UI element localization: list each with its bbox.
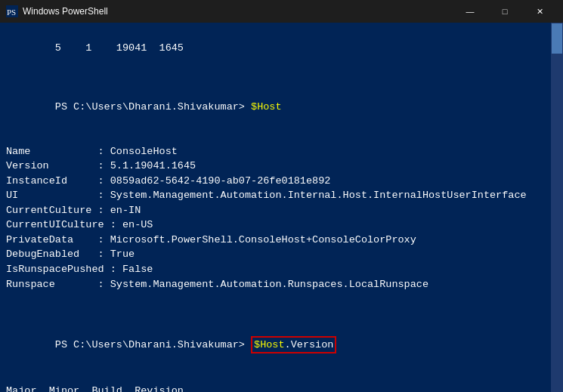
scrollbar[interactable] bbox=[551, 23, 563, 392]
init-version-text: 5 1 19041 1645 bbox=[55, 42, 184, 54]
window-title: Windows PowerShell bbox=[23, 6, 453, 17]
prompt-1: PS C:\Users\Dharani.Shivakumar> bbox=[55, 101, 251, 113]
host-command-line: PS C:\Users\Dharani.Shivakumar> $Host bbox=[6, 85, 543, 129]
powershell-window: PS Windows PowerShell — □ ✕ 5 1 19041 16… bbox=[0, 0, 563, 392]
prop-privatedata: PrivateData : Microsoft.PowerShell.Conso… bbox=[6, 233, 543, 248]
maximize-button[interactable]: □ bbox=[487, 0, 522, 23]
dot-version: .Version bbox=[285, 339, 334, 350]
minimize-button[interactable]: — bbox=[453, 0, 487, 23]
prop-name: Name : ConsoleHost bbox=[6, 144, 543, 159]
prop-version: Version : 5.1.19041.1645 bbox=[6, 159, 543, 174]
blank-line-4 bbox=[6, 307, 543, 322]
prop-debugenabled: DebugEnabled : True bbox=[6, 247, 543, 262]
blank-line-1 bbox=[6, 70, 543, 85]
prop-culture: CurrentCulture : en-IN bbox=[6, 203, 543, 218]
prop-uiculture: CurrentUICulture : en-US bbox=[6, 218, 543, 233]
blank-line-2 bbox=[6, 129, 543, 144]
host-cmd: $Host bbox=[251, 101, 282, 113]
svg-text:PS: PS bbox=[7, 8, 16, 17]
host-version-command-line: PS C:\Users\Dharani.Shivakumar> $Host.Ve… bbox=[6, 321, 543, 369]
prop-instanceid: InstanceId : 0859ad62-5642-4190-ab07-26f… bbox=[6, 174, 543, 189]
blank-line-5 bbox=[6, 369, 543, 384]
initial-version-line: 5 1 19041 1645 bbox=[6, 26, 543, 70]
close-button[interactable]: ✕ bbox=[522, 0, 557, 23]
prop-runspace: Runspace : System.Management.Automation.… bbox=[6, 277, 543, 292]
blank-line-3 bbox=[6, 292, 543, 307]
prop-isrunspace: IsRunspacePushed : False bbox=[6, 262, 543, 277]
column-headers: Major Minor Build Revision bbox=[6, 384, 543, 393]
prop-ui: UI : System.Management.Automation.Intern… bbox=[6, 188, 543, 203]
window-controls: — □ ✕ bbox=[453, 0, 557, 23]
dollar-host: $Host bbox=[254, 339, 285, 350]
host-version-highlighted: $Host.Version bbox=[251, 336, 336, 354]
terminal-area[interactable]: 5 1 19041 1645 PS C:\Users\Dharani.Shiva… bbox=[0, 23, 563, 392]
prompt-2: PS C:\Users\Dharani.Shivakumar> bbox=[55, 339, 251, 350]
terminal-output: 5 1 19041 1645 PS C:\Users\Dharani.Shiva… bbox=[6, 26, 557, 392]
title-bar: PS Windows PowerShell — □ ✕ bbox=[0, 0, 563, 23]
powershell-icon: PS bbox=[6, 5, 18, 17]
scrollbar-thumb[interactable] bbox=[552, 23, 562, 54]
